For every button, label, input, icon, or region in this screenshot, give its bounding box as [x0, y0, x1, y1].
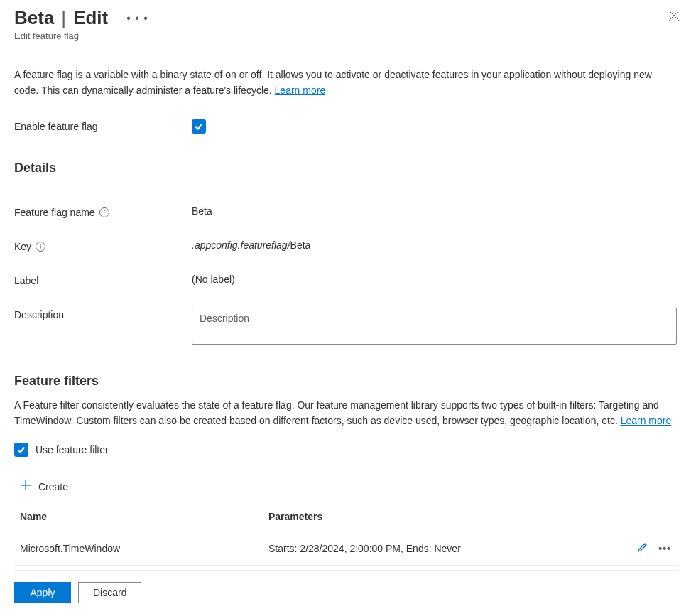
details-heading: Details	[14, 161, 677, 175]
label-label: Label	[14, 274, 192, 286]
footer: Apply Discard	[14, 570, 677, 616]
enable-label: Enable feature flag	[14, 119, 192, 132]
pencil-icon	[637, 541, 648, 553]
intro-body: A feature flag is a variable with a bina…	[14, 69, 652, 96]
apply-button[interactable]: Apply	[14, 582, 71, 603]
create-label: Create	[38, 481, 68, 492]
title-left: Beta	[14, 7, 54, 29]
feature-flag-name-label: Feature flag name	[14, 207, 95, 218]
close-icon	[668, 10, 680, 21]
description-input[interactable]	[192, 308, 677, 345]
feature-filters-intro: A Feature filter consistently evaluates …	[14, 397, 677, 428]
check-icon	[194, 121, 204, 131]
key-label: Key	[14, 241, 31, 252]
title-right: Edit	[73, 7, 108, 29]
plus-icon	[20, 480, 31, 493]
filter-more-icon[interactable]: •••	[658, 543, 671, 554]
key-prefix: .appconfig.featureflag/	[192, 239, 290, 251]
filters-learn-more-link[interactable]: Learn more	[621, 415, 672, 426]
key-name: Beta	[290, 239, 311, 251]
page-title: Beta | Edit	[14, 7, 108, 29]
filter-params: Starts: 2/28/2024, 2:00:00 PM, Ends: Nev…	[263, 531, 606, 566]
check-icon	[16, 445, 26, 455]
col-name-header: Name	[14, 502, 263, 531]
use-feature-filter-label: Use feature filter	[36, 444, 109, 455]
title-separator: |	[60, 7, 67, 29]
more-actions-icon[interactable]: • • •	[124, 12, 151, 25]
filters-intro-body: A Feature filter consistently evaluates …	[14, 399, 659, 426]
description-label: Description	[14, 308, 192, 320]
intro-text: A feature flag is a variable with a bina…	[14, 67, 677, 98]
table-row[interactable]: Microsoft.TimeWindow Starts: 2/28/2024, …	[14, 531, 677, 566]
edit-filter-button[interactable]	[637, 541, 648, 555]
create-filter-button[interactable]: Create	[14, 480, 677, 502]
filter-name: Microsoft.TimeWindow	[14, 531, 263, 566]
filters-table: Name Parameters Microsoft.TimeWindow Sta…	[14, 502, 677, 566]
enable-feature-flag-checkbox[interactable]	[192, 119, 206, 134]
info-icon[interactable]: i	[36, 242, 45, 252]
feature-flag-name-value: Beta	[192, 205, 677, 217]
discard-button[interactable]: Discard	[78, 582, 141, 603]
feature-filters-heading: Feature filters	[14, 374, 677, 389]
label-value: (No label)	[192, 274, 677, 285]
intro-learn-more-link[interactable]: Learn more	[275, 85, 326, 96]
col-params-header: Parameters	[263, 502, 606, 531]
use-feature-filter-checkbox[interactable]	[14, 443, 28, 457]
page-subtitle: Edit feature flag	[14, 31, 677, 41]
close-button[interactable]	[668, 10, 680, 21]
info-icon[interactable]: i	[99, 207, 109, 217]
key-value: .appconfig.featureflag/Beta	[192, 239, 677, 251]
